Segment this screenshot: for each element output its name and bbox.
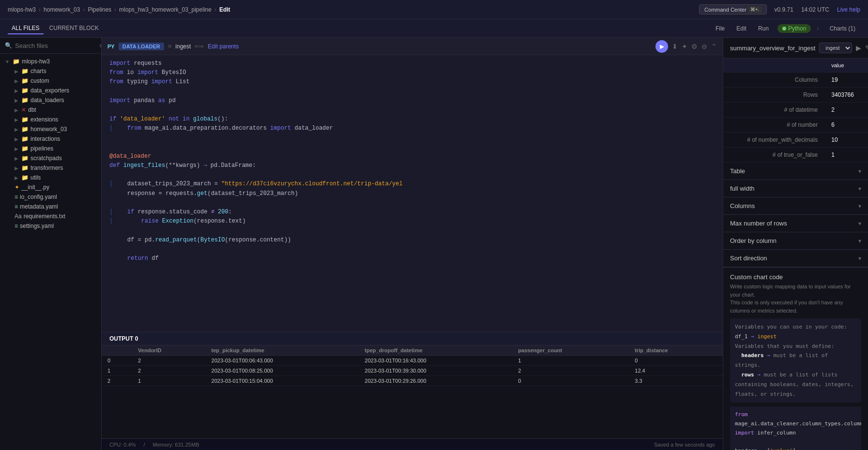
live-help-link[interactable]: Live help xyxy=(837,6,860,13)
config-orderby-header[interactable]: Order by column ▾ xyxy=(723,232,868,249)
right-panel-header: summary_overview_for_ingest ingest ▶ ✎ 🗑 xyxy=(723,38,868,59)
custom-chart-desc: Write custom logic mapping data to input… xyxy=(730,283,861,315)
folder-icon: 📁 xyxy=(21,155,29,162)
breadcrumb-pipelines[interactable]: Pipelines xyxy=(88,6,111,13)
yaml-file-icon: ≡ xyxy=(15,194,18,200)
breadcrumb-pipeline[interactable]: mlops_hw3_homework_03_pipeline xyxy=(119,6,212,13)
tree-item-metadata[interactable]: ≡ metadata.yaml xyxy=(0,202,101,211)
row-num: 0 xyxy=(102,356,132,366)
breadcrumb-hw[interactable]: homework_03 xyxy=(44,6,80,13)
stop-icon-button[interactable]: ⊖ xyxy=(701,43,707,50)
tree-item-requirements[interactable]: Aa requirements.txt xyxy=(0,211,101,221)
config-sortdir-header[interactable]: Sort direction ▾ xyxy=(723,250,868,267)
code-line: │ from mage_ai.data_preparation.decorato… xyxy=(102,124,723,133)
summary-table: value Columns 19 Rows 3403766 # of datet… xyxy=(723,59,868,163)
col-header-vendorid: VendorID xyxy=(132,345,205,356)
tree-item-init-py[interactable]: ✦ __init__.py xyxy=(0,182,101,192)
chevron-down-icon: ▾ xyxy=(858,238,861,244)
tree-item-interactions[interactable]: ▶ 📁 interactions xyxy=(0,134,101,144)
tree-item-mlops-hw3[interactable]: ▼ 📁 mlops-hw3 xyxy=(0,57,101,66)
tree-item-settings[interactable]: ≡ settings.yaml xyxy=(0,221,101,231)
tree-item-scratchpads[interactable]: ▶ 📁 scratchpads xyxy=(0,153,101,163)
cell-vendorid: 1 xyxy=(132,376,205,386)
cell-distance: 0 xyxy=(629,356,723,366)
custom-chart-section: Custom chart code Write custom logic map… xyxy=(723,267,868,450)
file-menu-button[interactable]: File xyxy=(713,24,728,33)
breadcrumb-mlops[interactable]: mlops-hw3 xyxy=(8,6,36,13)
expand-icon-button[interactable]: ⌃ xyxy=(711,43,717,50)
code-line: │ raise Exception(response.text) xyxy=(102,217,723,226)
folder-icon: 📁 xyxy=(21,145,29,152)
output-table-wrapper[interactable]: VendorID tep_pickup_datetime tpep_dropof… xyxy=(102,345,723,438)
config-section-table: Table ▾ xyxy=(723,163,868,180)
config-section-fullwidth: full width ▾ xyxy=(723,180,868,197)
summary-label: # of number_with_decimals xyxy=(723,133,824,148)
folder-icon: 📁 xyxy=(21,68,29,75)
run-block-button[interactable]: ▶ xyxy=(655,40,668,53)
cell-pickup: 2023-03-01T00:15:04.000 xyxy=(206,376,359,386)
play-icon-button[interactable]: ▶ xyxy=(856,44,861,52)
chevron-down-icon: ▾ xyxy=(858,168,861,175)
ingest-dropdown[interactable]: ingest xyxy=(819,43,852,53)
run-menu-button[interactable]: Run xyxy=(755,24,772,33)
code-line xyxy=(102,105,723,115)
edit-parents-link[interactable]: Edit parents xyxy=(208,43,239,50)
cell-pickup: 2023-03-01T00:08:25.000 xyxy=(206,366,359,376)
summary-row-columns: Columns 19 xyxy=(723,73,868,88)
python-file-icon: ✦ xyxy=(15,184,19,191)
output-header: OUTPUT 0 xyxy=(102,332,723,345)
block-header: PY DATA LOADER ≡ ingest ⟺ Edit parents ▶… xyxy=(102,38,723,55)
code-line: │ if response.status_code ≠ 200: xyxy=(102,208,723,217)
search-input[interactable] xyxy=(15,42,96,49)
py-badge: PY xyxy=(107,44,115,49)
tab-current-block[interactable]: CURRENT BLOCK xyxy=(46,23,103,34)
chevron-down-icon: ▾ xyxy=(858,255,861,262)
charts-button[interactable]: Charts (1) xyxy=(825,23,860,34)
tree-item-extensions[interactable]: ▶ 📁 extensions xyxy=(0,115,101,124)
custom-chart-code-block: from mage_ai.data_cleaner.column_types.c… xyxy=(730,406,861,450)
cell-vendorid: 2 xyxy=(132,366,205,376)
tree-item-pipelines[interactable]: ▶ 📁 pipelines xyxy=(0,144,101,153)
breadcrumb-edit: Edit xyxy=(219,6,230,13)
summary-row-number: # of number 6 xyxy=(723,118,868,133)
tree-item-dbt[interactable]: ▶ ✕ dbt xyxy=(0,105,101,115)
tree-item-transformers[interactable]: ▶ 📁 transformers xyxy=(0,163,101,173)
cell-passenger: 2 xyxy=(512,366,629,376)
config-columns-header[interactable]: Columns ▾ xyxy=(723,197,868,214)
tree-item-data-loaders[interactable]: ▶ 📁 data_loaders xyxy=(0,95,101,105)
tree-item-utils[interactable]: ▶ 📁 utils xyxy=(0,173,101,182)
folder-icon: 📁 xyxy=(21,126,29,133)
summary-label: # of datetime xyxy=(723,103,824,118)
lang-label: Python xyxy=(788,25,806,32)
tab-all-files[interactable]: ALL FILES xyxy=(8,23,44,34)
save-icon-button[interactable]: ⬇ xyxy=(672,43,678,50)
code-line: import requests xyxy=(102,59,723,68)
var1-row: df_1 → ingest xyxy=(735,332,856,342)
settings-icon-button[interactable]: ⚙ xyxy=(691,43,698,50)
config-fullwidth-header[interactable]: full width ▾ xyxy=(723,180,868,197)
ai-icon-button[interactable]: ✦ xyxy=(682,43,687,50)
cell-dropoff: 2023-03-01T00:29:26.000 xyxy=(359,376,512,386)
code-line: df = pd.read_parquet(BytesIO(response.co… xyxy=(102,236,723,245)
tree-item-custom[interactable]: ▶ 📁 custom xyxy=(0,76,101,86)
block-type-badge: DATA LOADER xyxy=(119,43,164,50)
tree-item-homework03[interactable]: ▶ 📁 homework_03 xyxy=(0,124,101,134)
edit-icon-button[interactable]: ✎ xyxy=(865,44,868,52)
table-row: 0 2 2023-03-01T00:06:43.000 2023-03-01T0… xyxy=(102,356,723,366)
sidebar-search-bar: 🔍 ≡ ↻ xyxy=(0,38,101,54)
edit-menu-button[interactable]: Edit xyxy=(733,24,749,33)
summary-row-true-false: # of true_or_false 1 xyxy=(723,148,868,163)
config-table-header[interactable]: Table ▾ xyxy=(723,163,868,180)
tree-item-io-config[interactable]: ≡ io_config.yaml xyxy=(0,192,101,202)
summary-row-rows: Rows 3403766 xyxy=(723,88,868,103)
time-label: 14:02 UTC xyxy=(801,6,829,13)
file-tree: ▼ 📁 mlops-hw3 ▶ 📁 charts ▶ 📁 custom ▶ 📁 xyxy=(0,54,101,234)
code-editor[interactable]: import requests from io import BytesIO f… xyxy=(102,55,723,332)
config-maxrows-header[interactable]: Max number of rows ▾ xyxy=(723,215,868,232)
tree-item-data-exporters[interactable]: ▶ 📁 data_exporters xyxy=(0,86,101,95)
command-center-button[interactable]: Command Center ⌘+. xyxy=(699,4,766,15)
summary-value: 10 xyxy=(824,133,868,148)
col-header-passenger: passenger_count xyxy=(512,345,629,356)
tree-item-charts[interactable]: ▶ 📁 charts xyxy=(0,66,101,76)
text-file-icon: Aa xyxy=(15,213,22,220)
